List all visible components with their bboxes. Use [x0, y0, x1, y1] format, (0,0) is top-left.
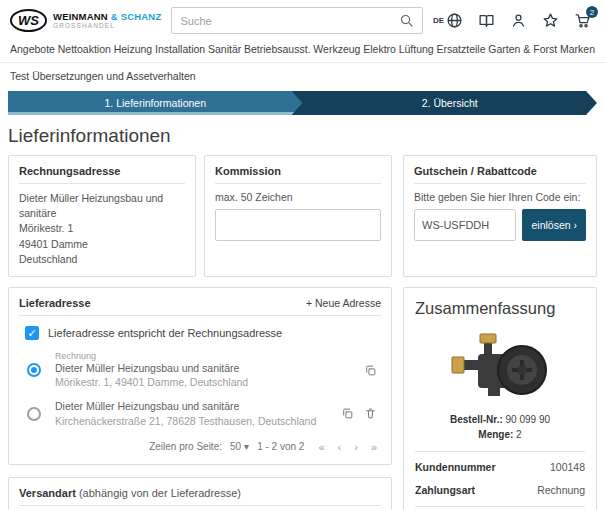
- divider: [415, 506, 585, 507]
- next-page-icon[interactable]: ›: [354, 441, 358, 453]
- top-cards-row: Rechnungsadresse Dieter Müller Heizungsb…: [8, 155, 597, 277]
- checkout-stepper: 1. Lieferinformationen 2. Übersicht: [8, 91, 597, 115]
- address-radio-selected[interactable]: [27, 363, 41, 377]
- address-pagination: Zeilen pro Seite: 50▾ 1 - 2 von 2 « ‹ › …: [19, 433, 381, 455]
- address-row[interactable]: Rechnung Dieter Müller Heizungsbau und s…: [19, 346, 381, 394]
- nav-item-angebote[interactable]: Angebote: [10, 43, 55, 55]
- cart-button[interactable]: 2: [574, 12, 591, 29]
- prev-page-icon[interactable]: ‹: [338, 441, 342, 453]
- main-content: Lieferadresse + Neue Adresse ✓ Lieferadr…: [8, 287, 597, 510]
- cart-badge: 2: [586, 6, 598, 18]
- globe-icon: [446, 12, 463, 29]
- order-no-label: Bestell-Nr.:: [450, 414, 503, 425]
- search-icon[interactable]: [399, 13, 414, 28]
- nav-item-heizung[interactable]: Heizung: [114, 43, 153, 55]
- nav-item-ersatzteile[interactable]: Ersatzteile: [437, 43, 486, 55]
- nav-item-werkzeug[interactable]: Werkzeug: [313, 43, 360, 55]
- nav-item-betriebsausst[interactable]: Betriebsausst.: [244, 43, 311, 55]
- billing-address-card: Rechnungsadresse Dieter Müller Heizungsb…: [8, 155, 196, 277]
- first-page-icon[interactable]: «: [318, 441, 324, 453]
- commission-input[interactable]: [215, 209, 381, 241]
- address-name: Dieter Müller Heizungsbau und sanitäre: [55, 361, 364, 375]
- voucher-title: Gutschein / Rabattcode: [414, 165, 586, 184]
- star-icon: [542, 12, 559, 29]
- address-detail: Kirchenäckerstraße 21, 78628 Testhausen,…: [55, 414, 341, 428]
- nav-item-elektro[interactable]: Elektro: [363, 43, 396, 55]
- product-meta: Bestell-Nr.: 90 099 90 Menge: 2: [415, 412, 585, 452]
- search-box[interactable]: [171, 7, 422, 34]
- checkout-page: WS WEINMANN & SCHANZ GROSSHANDEL DE: [0, 0, 605, 510]
- summary-row-zahlungsart: Zahlungsart Rechnung: [415, 483, 585, 499]
- shipping-card: Versandart (abhängig von der Lieferadres…: [8, 477, 392, 510]
- summary-title: Zusammenfassung: [415, 299, 585, 318]
- commission-title: Kommission: [215, 165, 381, 184]
- rows-per-page-select[interactable]: 50▾: [230, 441, 249, 452]
- delivery-address-card: Lieferadresse + Neue Adresse ✓ Lieferadr…: [8, 287, 392, 465]
- last-page-icon[interactable]: »: [371, 441, 377, 453]
- account-button[interactable]: [510, 12, 527, 29]
- copy-icon[interactable]: [341, 407, 354, 420]
- address-radio[interactable]: [27, 407, 41, 421]
- billing-title: Rechnungsadresse: [19, 165, 185, 184]
- qty-value: 2: [513, 429, 521, 440]
- logo[interactable]: WS WEINMANN & SCHANZ GROSSHANDEL: [10, 9, 161, 32]
- step-uebersicht[interactable]: 2. Übersicht: [292, 91, 598, 115]
- delivery-title: Lieferadresse: [19, 297, 91, 309]
- billing-line: Dieter Müller Heizungsbau und sanitäre: [19, 191, 185, 221]
- billing-line: Deutschland: [19, 252, 185, 267]
- logo-monogram: WS: [10, 9, 47, 32]
- language-selector[interactable]: DE: [433, 12, 463, 29]
- page-title: Lieferinformationen: [8, 125, 597, 147]
- address-name: Dieter Müller Heizungsbau und sanitäre: [55, 399, 341, 413]
- catalog-button[interactable]: [478, 12, 495, 29]
- brand-name: WEINMANN & SCHANZ: [53, 12, 161, 22]
- summary-row-kundennummer: Kundennummer 100148: [415, 460, 585, 476]
- pagination-range: 1 - 2 von 2: [257, 441, 304, 452]
- summary-panel: Zusammenfassung Bestell-Nr.: 90: [403, 287, 597, 510]
- address-detail: Mörikestr. 1, 49401 Damme, Deutschland: [55, 375, 364, 389]
- main-nav: Angebote Nettoaktion Heizung Installatio…: [0, 39, 605, 63]
- rows-per-page-label: Zeilen pro Seite:: [149, 441, 222, 452]
- product-image: [415, 324, 585, 412]
- voucher-input[interactable]: [414, 209, 516, 241]
- shipping-title-suffix: (abhängig von der Lieferadresse): [76, 487, 241, 499]
- address-tag: Rechnung: [55, 351, 364, 361]
- breadcrumb[interactable]: Test Übersetzungen und Assetverhalten: [0, 63, 605, 89]
- same-address-label: Lieferadresse entspricht der Rechnungsad…: [48, 327, 282, 339]
- voucher-hint: Bitte geben Sie hier Ihren Code ein:: [414, 191, 586, 203]
- nav-item-garten-forst[interactable]: Garten & Forst: [488, 43, 557, 55]
- same-address-checkbox[interactable]: ✓: [25, 326, 39, 340]
- redeem-button[interactable]: einlösen ›: [522, 209, 586, 241]
- nav-item-installation[interactable]: Installation: [155, 43, 205, 55]
- nav-item-lueftung[interactable]: Lüftung: [399, 43, 434, 55]
- shipping-title: Versandart: [19, 487, 76, 499]
- header: WS WEINMANN & SCHANZ GROSSHANDEL DE: [0, 0, 605, 39]
- address-row[interactable]: Dieter Müller Heizungsbau und sanitäre K…: [19, 394, 381, 432]
- favorites-button[interactable]: [542, 12, 559, 29]
- new-address-button[interactable]: + Neue Adresse: [306, 297, 381, 309]
- brand-subtitle: GROSSHANDEL: [53, 23, 161, 30]
- commission-card: Kommission max. 50 Zeichen: [204, 155, 392, 277]
- delete-icon[interactable]: [364, 407, 377, 420]
- user-icon: [510, 12, 527, 29]
- order-no-value: 90 099 90: [503, 414, 550, 425]
- select-arrow-icon: ▾: [244, 441, 249, 452]
- locale-label: DE: [433, 16, 444, 25]
- search-input[interactable]: [180, 15, 398, 27]
- copy-icon[interactable]: [364, 364, 377, 377]
- voucher-card: Gutschein / Rabattcode Bitte geben Sie h…: [403, 155, 597, 277]
- nav-item-nettoaktion[interactable]: Nettoaktion: [58, 43, 111, 55]
- qty-label: Menge:: [478, 429, 513, 440]
- commission-hint: max. 50 Zeichen: [215, 191, 381, 203]
- nav-item-sanitaer[interactable]: Sanitär: [208, 43, 241, 55]
- billing-line: 49401 Damme: [19, 237, 185, 252]
- book-icon: [478, 12, 495, 29]
- header-icons: DE 2: [433, 12, 595, 29]
- nav-item-marken[interactable]: Marken: [560, 43, 595, 55]
- step-lieferinformationen[interactable]: 1. Lieferinformationen: [8, 91, 303, 115]
- billing-line: Mörikestr. 1: [19, 221, 185, 236]
